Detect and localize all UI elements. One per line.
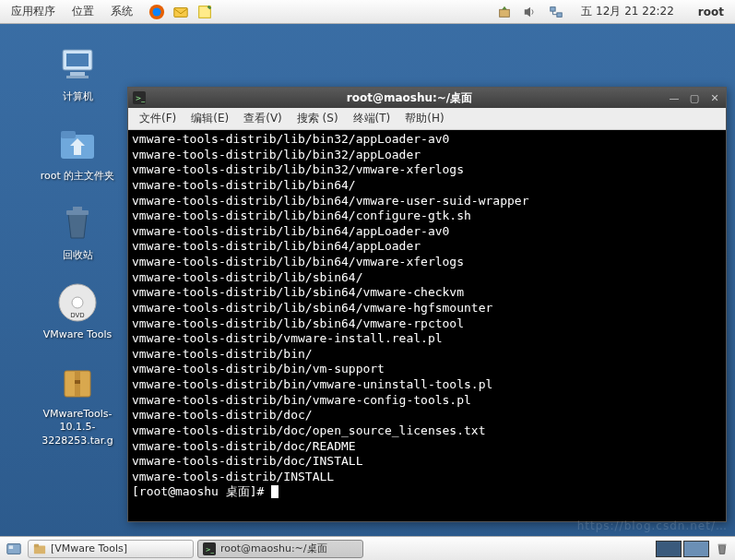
desktop-icon-label: 回收站: [33, 249, 122, 262]
menu-terminal[interactable]: 终端(T): [348, 109, 397, 128]
task-filemanager[interactable]: [VMware Tools]: [28, 540, 194, 558]
notes-icon[interactable]: [196, 3, 214, 21]
svg-point-1: [153, 7, 161, 16]
desktop-icon-label: root 的主文件夹: [33, 170, 122, 183]
mail-icon[interactable]: [172, 3, 190, 21]
menu-applications[interactable]: 应用程序: [4, 2, 63, 21]
svg-text:>_: >_: [206, 545, 215, 553]
workspace-1[interactable]: [656, 541, 682, 557]
task-label: [VMware Tools]: [51, 542, 127, 554]
desktop-icon-home[interactable]: root 的主文件夹: [33, 122, 122, 183]
window-title: root@maoshu:~/桌面: [152, 90, 667, 106]
desktop-icon-label: 计算机: [33, 90, 122, 103]
volume-icon[interactable]: [522, 4, 539, 20]
user-menu[interactable]: root: [691, 6, 731, 18]
svg-rect-25: [9, 545, 14, 549]
svg-rect-9: [70, 72, 85, 76]
svg-text:>_: >_: [136, 94, 146, 102]
svg-rect-4: [500, 9, 510, 17]
menu-help[interactable]: 帮助(H): [399, 109, 449, 128]
clock[interactable]: 五 12月 21 22:22: [574, 4, 682, 19]
svg-point-17: [72, 297, 83, 308]
terminal-output[interactable]: vmware-tools-distrib/lib/bin32/appLoader…: [128, 130, 726, 521]
desktop-icon-tarball[interactable]: VMwareTools-10.1.5-3228253.tar.g: [33, 360, 122, 447]
menu-edit[interactable]: 编辑(E): [185, 109, 234, 128]
top-panel: 应用程序 位置 系统 五 12月 21 22:22 root: [0, 0, 735, 24]
firefox-icon[interactable]: [148, 3, 166, 21]
menu-view[interactable]: 查看(V): [238, 109, 288, 128]
menubar: 文件(F) 编辑(E) 查看(V) 搜索 (S) 终端(T) 帮助(H): [128, 108, 726, 130]
terminal-window: >_ root@maoshu:~/桌面 — ▢ ✕ 文件(F) 编辑(E) 查看…: [127, 87, 727, 522]
desktop-icon-computer[interactable]: 计算机: [33, 42, 122, 103]
task-terminal[interactable]: >_ root@maoshu:~/桌面: [197, 540, 363, 558]
svg-rect-13: [74, 146, 81, 155]
bottom-panel: [VMware Tools] >_ root@maoshu:~/桌面: [0, 536, 735, 560]
folder-icon: [32, 542, 47, 556]
desktop-icon-trash[interactable]: 回收站: [33, 201, 122, 262]
system-tray: 五 12月 21 22:22 root: [496, 4, 731, 20]
svg-rect-12: [61, 131, 76, 138]
close-button[interactable]: ✕: [707, 91, 722, 104]
desktop-icon-label: VMwareTools-10.1.5-3228253.tar.g: [33, 408, 122, 447]
svg-rect-2: [174, 7, 187, 17]
watermark: https://blog.csdn.net/…: [577, 519, 728, 532]
svg-rect-30: [718, 543, 727, 545]
menu-file[interactable]: 文件(F): [134, 109, 182, 128]
system-menus: 应用程序 位置 系统: [4, 2, 140, 21]
terminal-icon: >_: [202, 542, 217, 556]
workspace-2[interactable]: [683, 541, 709, 557]
svg-rect-15: [73, 207, 82, 211]
svg-text:DVD: DVD: [70, 312, 84, 319]
workspace-switcher[interactable]: [656, 541, 709, 557]
desktop-icon-dvd[interactable]: DVD VMware Tools: [33, 280, 122, 341]
launcher-icons: [148, 3, 214, 21]
desktop[interactable]: 计算机 root 的主文件夹 回收站 DVD VMware Tools VMwa…: [0, 24, 735, 536]
update-icon[interactable]: [496, 4, 513, 20]
menu-system[interactable]: 系统: [103, 2, 140, 21]
svg-rect-8: [66, 54, 89, 66]
svg-rect-27: [34, 543, 39, 547]
minimize-button[interactable]: —: [667, 91, 682, 104]
network-icon[interactable]: [548, 4, 564, 20]
svg-rect-21: [75, 380, 80, 384]
terminal-icon: >_: [132, 90, 147, 105]
svg-rect-5: [551, 6, 555, 10]
show-desktop-button[interactable]: [4, 540, 24, 558]
menu-places[interactable]: 位置: [65, 2, 101, 21]
panel-trash-icon[interactable]: [713, 540, 731, 558]
task-label: root@maoshu:~/桌面: [220, 542, 327, 555]
svg-rect-6: [557, 12, 562, 16]
titlebar[interactable]: >_ root@maoshu:~/桌面 — ▢ ✕: [128, 88, 726, 108]
desktop-icon-label: VMware Tools: [33, 328, 122, 341]
svg-rect-10: [66, 76, 89, 78]
maximize-button[interactable]: ▢: [687, 91, 702, 104]
menu-search[interactable]: 搜索 (S): [291, 109, 344, 128]
